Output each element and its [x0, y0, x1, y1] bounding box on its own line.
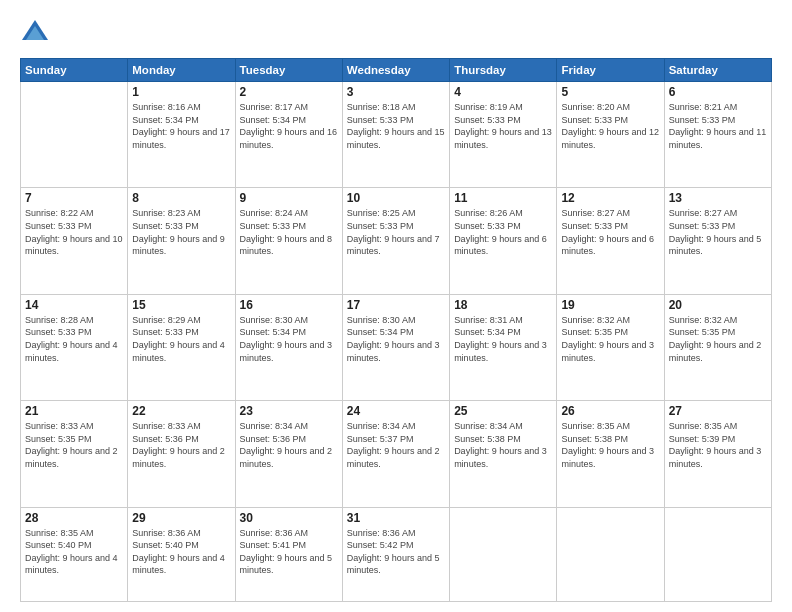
day-number: 1 [132, 85, 230, 99]
day-info: Sunrise: 8:34 AMSunset: 5:38 PMDaylight:… [454, 420, 552, 470]
calendar-cell: 26Sunrise: 8:35 AMSunset: 5:38 PMDayligh… [557, 401, 664, 507]
day-number: 29 [132, 511, 230, 525]
day-info: Sunrise: 8:24 AMSunset: 5:33 PMDaylight:… [240, 207, 338, 257]
day-info: Sunrise: 8:17 AMSunset: 5:34 PMDaylight:… [240, 101, 338, 151]
day-number: 4 [454, 85, 552, 99]
calendar-cell: 29Sunrise: 8:36 AMSunset: 5:40 PMDayligh… [128, 507, 235, 601]
calendar-week-row: 7Sunrise: 8:22 AMSunset: 5:33 PMDaylight… [21, 188, 772, 294]
day-number: 5 [561, 85, 659, 99]
day-info: Sunrise: 8:27 AMSunset: 5:33 PMDaylight:… [561, 207, 659, 257]
calendar-cell: 18Sunrise: 8:31 AMSunset: 5:34 PMDayligh… [450, 294, 557, 400]
day-info: Sunrise: 8:32 AMSunset: 5:35 PMDaylight:… [669, 314, 767, 364]
weekday-header: Friday [557, 59, 664, 82]
day-number: 19 [561, 298, 659, 312]
day-number: 11 [454, 191, 552, 205]
day-info: Sunrise: 8:36 AMSunset: 5:41 PMDaylight:… [240, 527, 338, 577]
day-info: Sunrise: 8:22 AMSunset: 5:33 PMDaylight:… [25, 207, 123, 257]
calendar-cell: 21Sunrise: 8:33 AMSunset: 5:35 PMDayligh… [21, 401, 128, 507]
calendar-cell: 27Sunrise: 8:35 AMSunset: 5:39 PMDayligh… [664, 401, 771, 507]
weekday-header: Monday [128, 59, 235, 82]
calendar-cell [21, 82, 128, 188]
calendar-cell [450, 507, 557, 601]
calendar-week-row: 14Sunrise: 8:28 AMSunset: 5:33 PMDayligh… [21, 294, 772, 400]
header [20, 18, 772, 48]
day-number: 13 [669, 191, 767, 205]
day-number: 23 [240, 404, 338, 418]
day-number: 10 [347, 191, 445, 205]
calendar-cell: 25Sunrise: 8:34 AMSunset: 5:38 PMDayligh… [450, 401, 557, 507]
calendar-cell: 31Sunrise: 8:36 AMSunset: 5:42 PMDayligh… [342, 507, 449, 601]
day-number: 21 [25, 404, 123, 418]
calendar-cell: 6Sunrise: 8:21 AMSunset: 5:33 PMDaylight… [664, 82, 771, 188]
calendar: SundayMondayTuesdayWednesdayThursdayFrid… [20, 58, 772, 602]
weekday-header: Thursday [450, 59, 557, 82]
calendar-cell: 1Sunrise: 8:16 AMSunset: 5:34 PMDaylight… [128, 82, 235, 188]
calendar-cell: 22Sunrise: 8:33 AMSunset: 5:36 PMDayligh… [128, 401, 235, 507]
day-number: 18 [454, 298, 552, 312]
day-number: 22 [132, 404, 230, 418]
day-number: 16 [240, 298, 338, 312]
day-number: 20 [669, 298, 767, 312]
calendar-cell: 8Sunrise: 8:23 AMSunset: 5:33 PMDaylight… [128, 188, 235, 294]
day-info: Sunrise: 8:28 AMSunset: 5:33 PMDaylight:… [25, 314, 123, 364]
day-info: Sunrise: 8:32 AMSunset: 5:35 PMDaylight:… [561, 314, 659, 364]
day-number: 8 [132, 191, 230, 205]
calendar-cell [664, 507, 771, 601]
day-info: Sunrise: 8:21 AMSunset: 5:33 PMDaylight:… [669, 101, 767, 151]
day-info: Sunrise: 8:16 AMSunset: 5:34 PMDaylight:… [132, 101, 230, 151]
calendar-cell: 9Sunrise: 8:24 AMSunset: 5:33 PMDaylight… [235, 188, 342, 294]
day-info: Sunrise: 8:35 AMSunset: 5:40 PMDaylight:… [25, 527, 123, 577]
day-info: Sunrise: 8:35 AMSunset: 5:38 PMDaylight:… [561, 420, 659, 470]
day-info: Sunrise: 8:34 AMSunset: 5:37 PMDaylight:… [347, 420, 445, 470]
day-number: 27 [669, 404, 767, 418]
calendar-week-row: 28Sunrise: 8:35 AMSunset: 5:40 PMDayligh… [21, 507, 772, 601]
day-number: 15 [132, 298, 230, 312]
day-info: Sunrise: 8:33 AMSunset: 5:36 PMDaylight:… [132, 420, 230, 470]
day-number: 12 [561, 191, 659, 205]
calendar-cell: 3Sunrise: 8:18 AMSunset: 5:33 PMDaylight… [342, 82, 449, 188]
calendar-cell: 28Sunrise: 8:35 AMSunset: 5:40 PMDayligh… [21, 507, 128, 601]
day-info: Sunrise: 8:30 AMSunset: 5:34 PMDaylight:… [347, 314, 445, 364]
day-number: 28 [25, 511, 123, 525]
calendar-cell [557, 507, 664, 601]
day-info: Sunrise: 8:31 AMSunset: 5:34 PMDaylight:… [454, 314, 552, 364]
calendar-cell: 7Sunrise: 8:22 AMSunset: 5:33 PMDaylight… [21, 188, 128, 294]
calendar-cell: 4Sunrise: 8:19 AMSunset: 5:33 PMDaylight… [450, 82, 557, 188]
calendar-cell: 17Sunrise: 8:30 AMSunset: 5:34 PMDayligh… [342, 294, 449, 400]
calendar-cell: 5Sunrise: 8:20 AMSunset: 5:33 PMDaylight… [557, 82, 664, 188]
day-number: 25 [454, 404, 552, 418]
day-info: Sunrise: 8:36 AMSunset: 5:40 PMDaylight:… [132, 527, 230, 577]
calendar-cell: 20Sunrise: 8:32 AMSunset: 5:35 PMDayligh… [664, 294, 771, 400]
calendar-cell: 16Sunrise: 8:30 AMSunset: 5:34 PMDayligh… [235, 294, 342, 400]
day-number: 26 [561, 404, 659, 418]
day-info: Sunrise: 8:27 AMSunset: 5:33 PMDaylight:… [669, 207, 767, 257]
calendar-cell: 12Sunrise: 8:27 AMSunset: 5:33 PMDayligh… [557, 188, 664, 294]
day-number: 3 [347, 85, 445, 99]
page: SundayMondayTuesdayWednesdayThursdayFrid… [0, 0, 792, 612]
day-info: Sunrise: 8:33 AMSunset: 5:35 PMDaylight:… [25, 420, 123, 470]
day-info: Sunrise: 8:35 AMSunset: 5:39 PMDaylight:… [669, 420, 767, 470]
day-number: 31 [347, 511, 445, 525]
day-info: Sunrise: 8:18 AMSunset: 5:33 PMDaylight:… [347, 101, 445, 151]
day-info: Sunrise: 8:34 AMSunset: 5:36 PMDaylight:… [240, 420, 338, 470]
day-info: Sunrise: 8:30 AMSunset: 5:34 PMDaylight:… [240, 314, 338, 364]
day-info: Sunrise: 8:36 AMSunset: 5:42 PMDaylight:… [347, 527, 445, 577]
calendar-week-row: 1Sunrise: 8:16 AMSunset: 5:34 PMDaylight… [21, 82, 772, 188]
calendar-cell: 14Sunrise: 8:28 AMSunset: 5:33 PMDayligh… [21, 294, 128, 400]
logo-icon [20, 18, 50, 48]
calendar-cell: 11Sunrise: 8:26 AMSunset: 5:33 PMDayligh… [450, 188, 557, 294]
calendar-cell: 24Sunrise: 8:34 AMSunset: 5:37 PMDayligh… [342, 401, 449, 507]
day-number: 24 [347, 404, 445, 418]
calendar-cell: 10Sunrise: 8:25 AMSunset: 5:33 PMDayligh… [342, 188, 449, 294]
day-info: Sunrise: 8:19 AMSunset: 5:33 PMDaylight:… [454, 101, 552, 151]
logo [20, 18, 54, 48]
calendar-cell: 19Sunrise: 8:32 AMSunset: 5:35 PMDayligh… [557, 294, 664, 400]
day-info: Sunrise: 8:20 AMSunset: 5:33 PMDaylight:… [561, 101, 659, 151]
calendar-cell: 23Sunrise: 8:34 AMSunset: 5:36 PMDayligh… [235, 401, 342, 507]
weekday-header: Wednesday [342, 59, 449, 82]
day-number: 6 [669, 85, 767, 99]
calendar-cell: 15Sunrise: 8:29 AMSunset: 5:33 PMDayligh… [128, 294, 235, 400]
day-number: 2 [240, 85, 338, 99]
calendar-cell: 30Sunrise: 8:36 AMSunset: 5:41 PMDayligh… [235, 507, 342, 601]
day-info: Sunrise: 8:26 AMSunset: 5:33 PMDaylight:… [454, 207, 552, 257]
